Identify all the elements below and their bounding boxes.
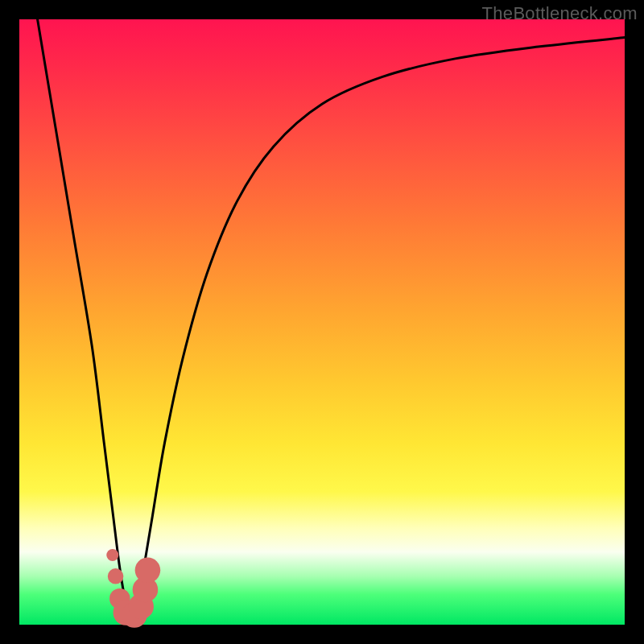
marker-dot [108, 568, 124, 584]
marker-dot [135, 558, 161, 584]
bottleneck-curve [38, 19, 625, 614]
marker-dot [106, 549, 118, 561]
minimum-marker [106, 549, 160, 628]
chart-svg [19, 19, 625, 625]
